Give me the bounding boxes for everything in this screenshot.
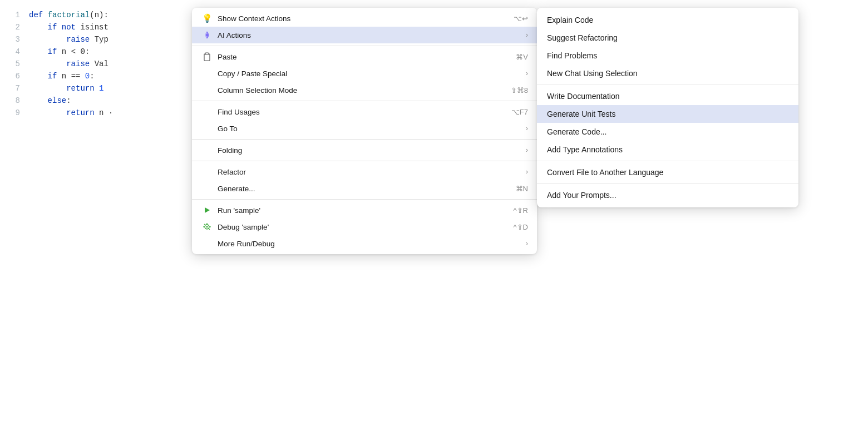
submenu-item-generate-unit-tests[interactable]: Generate Unit Tests <box>537 105 798 123</box>
code-line-5: 5 raise Val <box>0 58 189 70</box>
svg-line-10 <box>209 229 210 230</box>
menu-arrow-refactor: › <box>526 168 528 176</box>
menu-item-run-sample[interactable]: Run 'sample' ^⇧R <box>192 202 537 218</box>
menu-shortcut-show-context-actions: ⌥↩ <box>514 14 528 23</box>
svg-point-5 <box>206 226 208 228</box>
menu-item-column-selection-mode[interactable]: Column Selection Mode ⇧⌘8 <box>192 82 537 98</box>
svg-point-0 <box>206 34 208 36</box>
menu-shortcut-paste: ⌘V <box>516 53 528 61</box>
menu-item-paste[interactable]: Paste ⌘V <box>192 48 537 65</box>
context-menu: 💡 Show Context Actions ⌥↩ AI Actions › P… <box>192 8 537 254</box>
menu-arrow-ai-actions: › <box>526 31 528 39</box>
ai-actions-submenu: Explain Code Suggest Refactoring Find Pr… <box>537 8 798 207</box>
submenu-label-write-documentation: Write Documentation <box>547 92 619 101</box>
submenu-label-add-your-prompts: Add Your Prompts... <box>547 191 617 200</box>
submenu-label-find-problems: Find Problems <box>547 51 597 60</box>
submenu-label-generate-unit-tests: Generate Unit Tests <box>547 110 615 118</box>
code-line-7: 7 return 1 <box>0 82 189 95</box>
submenu-item-add-type-annotations[interactable]: Add Type Annotations <box>537 141 798 158</box>
code-line-9: 9 return n · <box>0 107 189 119</box>
menu-item-folding[interactable]: Folding › <box>192 142 537 158</box>
separator-5 <box>192 199 537 200</box>
menu-shortcut-column-selection: ⇧⌘8 <box>511 86 528 95</box>
submenu-separator-1 <box>537 85 798 85</box>
separator-3 <box>192 139 537 140</box>
menu-shortcut-run-sample: ^⇧R <box>514 206 529 215</box>
menu-label-show-context-actions: Show Context Actions <box>218 14 514 23</box>
menu-shortcut-find-usages: ⌥F7 <box>511 108 528 116</box>
submenu-item-add-your-prompts[interactable]: Add Your Prompts... <box>537 186 798 204</box>
code-line-2: 2 if not isinst <box>0 21 189 33</box>
menu-label-debug-sample: Debug 'sample' <box>218 223 514 231</box>
menu-item-more-run-debug[interactable]: More Run/Debug › <box>192 235 537 252</box>
menu-item-copy-paste-special[interactable]: Copy / Paste Special › <box>192 65 537 82</box>
submenu-label-add-type-annotations: Add Type Annotations <box>547 145 623 154</box>
menu-arrow-copy-paste-special: › <box>526 69 528 77</box>
menu-label-find-usages: Find Usages <box>218 108 511 116</box>
submenu-label-generate-code: Generate Code... <box>547 127 606 136</box>
menu-item-debug-sample[interactable]: Debug 'sample' ^⇧D <box>192 218 537 235</box>
debug-icon <box>201 222 213 231</box>
svg-rect-1 <box>204 54 210 61</box>
menu-arrow-go-to: › <box>526 125 528 132</box>
menu-label-copy-paste-special: Copy / Paste Special <box>218 69 521 78</box>
code-editor: 1 def factorial(n): 2 if not isinst 3 ra… <box>0 0 189 437</box>
submenu-item-generate-code[interactable]: Generate Code... <box>537 123 798 141</box>
menu-item-ai-actions[interactable]: AI Actions › <box>192 27 537 43</box>
menu-label-folding: Folding <box>218 146 521 155</box>
svg-marker-3 <box>205 207 210 213</box>
separator-2 <box>192 101 537 101</box>
menu-shortcut-debug-sample: ^⇧D <box>514 223 529 231</box>
submenu-separator-3 <box>537 183 798 184</box>
menu-label-paste: Paste <box>218 53 516 61</box>
menu-label-generate: Generate... <box>218 185 516 193</box>
menu-item-generate[interactable]: Generate... ⌘N <box>192 180 537 197</box>
submenu-item-suggest-refactoring[interactable]: Suggest Refactoring <box>537 29 798 47</box>
submenu-item-find-problems[interactable]: Find Problems <box>537 47 798 64</box>
code-line-6: 6 if n == 0: <box>0 70 189 82</box>
menu-label-go-to: Go To <box>218 125 521 133</box>
menu-item-find-usages[interactable]: Find Usages ⌥F7 <box>192 103 537 120</box>
svg-rect-2 <box>205 53 209 54</box>
code-line-8: 8 else: <box>0 95 189 107</box>
submenu-item-write-documentation[interactable]: Write Documentation <box>537 87 798 105</box>
svg-line-9 <box>204 224 205 225</box>
menu-label-refactor: Refactor <box>218 168 521 176</box>
submenu-item-new-chat[interactable]: New Chat Using Selection <box>537 64 798 82</box>
bulb-icon: 💡 <box>201 13 213 23</box>
code-line-4: 4 if n < 0: <box>0 46 189 58</box>
run-icon <box>201 206 213 214</box>
submenu-label-convert-file: Convert File to Another Language <box>547 168 663 177</box>
submenu-item-convert-file[interactable]: Convert File to Another Language <box>537 163 798 181</box>
menu-shortcut-generate: ⌘N <box>516 185 528 193</box>
menu-item-go-to[interactable]: Go To › <box>192 120 537 137</box>
code-line-1: 1 def factorial(n): <box>0 9 189 21</box>
submenu-label-suggest-refactoring: Suggest Refactoring <box>547 33 618 42</box>
submenu-label-explain-code: Explain Code <box>547 16 593 24</box>
menu-arrow-more-run-debug: › <box>526 240 528 247</box>
menu-label-run-sample: Run 'sample' <box>218 206 514 215</box>
ai-icon <box>201 30 213 40</box>
menu-item-refactor[interactable]: Refactor › <box>192 163 537 180</box>
menu-arrow-folding: › <box>526 146 528 154</box>
menu-label-column-selection-mode: Column Selection Mode <box>218 86 511 95</box>
menu-label-ai-actions: AI Actions <box>218 31 521 39</box>
submenu-separator-2 <box>537 161 798 161</box>
menu-item-show-context-actions[interactable]: 💡 Show Context Actions ⌥↩ <box>192 10 537 27</box>
submenu-label-new-chat: New Chat Using Selection <box>547 69 638 78</box>
code-line-3: 3 raise Typ <box>0 33 189 46</box>
separator-1 <box>192 46 537 46</box>
separator-4 <box>192 161 537 161</box>
submenu-item-explain-code[interactable]: Explain Code <box>537 11 798 29</box>
menu-label-more-run-debug: More Run/Debug <box>218 240 521 248</box>
clipboard-icon <box>201 52 213 61</box>
